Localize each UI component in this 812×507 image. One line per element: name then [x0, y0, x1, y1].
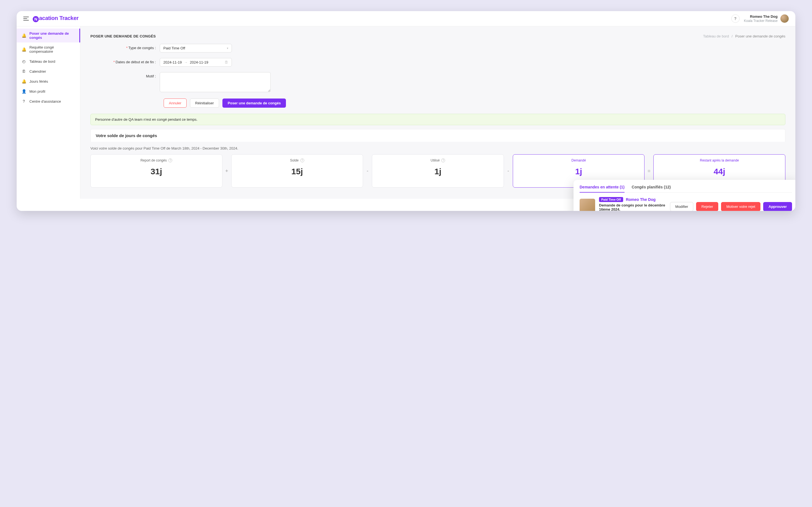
reject-button[interactable]: Rejeter [696, 202, 718, 211]
sidebar-item-label: Tableau de bord [29, 59, 55, 64]
sidebar-item-label: Jours fériés [29, 79, 48, 83]
label-dates: Dates de début et de fin : [116, 60, 156, 64]
app-window: Nacation Tracker ? Romeo The Dog Koala T… [17, 11, 795, 211]
card-label: Report de congés [140, 159, 167, 162]
card-balance: Solde? 15j [231, 154, 363, 187]
motif-textarea[interactable] [160, 72, 271, 92]
operator-minus: - [366, 168, 369, 174]
sidebar-item-calendar[interactable]: 🗓 Calendrier [17, 66, 80, 76]
card-label: Restant après la demande [700, 159, 739, 162]
info-icon[interactable]: ? [441, 159, 445, 162]
user-icon: 👤 [22, 89, 26, 94]
leave-type-value: Paid Time Off [163, 46, 185, 50]
submit-button[interactable]: Poser une demande de congés [223, 99, 286, 108]
sidebar-item-label: Poser une demande de congés [29, 32, 74, 40]
card-label: Demandé [572, 159, 586, 162]
card-value: 31j [93, 167, 220, 176]
help-button[interactable]: ? [731, 14, 740, 23]
chevron-down-icon: ▾ [227, 47, 228, 50]
balance-intro: Voici votre solde de congés pour Paid Ti… [90, 146, 786, 151]
sidebar-item-help[interactable]: ? Centre d'assistance [17, 96, 80, 106]
card-value: 15j [234, 167, 361, 176]
logo-text: acation Tracker [39, 15, 78, 21]
card-label: Solde [290, 159, 299, 162]
requester-name[interactable]: Romeo The Dog [626, 197, 655, 202]
card-used: Utilisé? 1j [372, 154, 504, 187]
date-end: 2024-11-19 [190, 60, 208, 64]
card-value: 1j [374, 167, 501, 176]
card-value: 1j [515, 167, 642, 176]
motivate-reject-button[interactable]: Motiver votre rejet [721, 202, 760, 211]
card-label: Utilisé [431, 159, 440, 162]
calendar-icon: 🗓 [22, 69, 26, 73]
bell-icon: 🔔 [22, 47, 26, 52]
reset-button[interactable]: Réinitialiser [190, 99, 219, 108]
header: Nacation Tracker ? Romeo The Dog Koala T… [17, 11, 795, 26]
menu-toggle-icon[interactable] [23, 16, 29, 21]
sidebar: 🔔 Poser une demande de congés 🔔 Requête … [17, 26, 80, 199]
sidebar-item-label: Requête congé compensatoire [29, 45, 74, 54]
breadcrumb-current: Poser une demande de congés [735, 34, 786, 38]
user-menu[interactable]: Romeo The Dog Koala Tracker Release [744, 14, 789, 23]
date-range-input[interactable]: 2024-11-19 → 2024-11-19 🗓 [160, 58, 232, 67]
info-icon[interactable]: ? [300, 159, 304, 162]
sidebar-item-label: Mon profil [29, 89, 45, 94]
sidebar-item-label: Centre d'assistance [29, 99, 61, 104]
breadcrumb-root[interactable]: Tableau de bord [703, 34, 729, 38]
operator-minus: - [507, 168, 510, 174]
operator-equals: = [647, 168, 650, 174]
user-name: Romeo The Dog [744, 14, 777, 19]
question-icon: ? [22, 99, 26, 104]
team-availability-notice: Personne d'autre de QA team n'est en con… [90, 114, 786, 125]
bell-icon: 🔔 [22, 79, 26, 83]
request-description: Demande de congés pour le décembre 16ème… [599, 203, 666, 211]
label-leave-type: Type de congés : [128, 46, 156, 50]
approve-button[interactable]: Approuver [763, 202, 792, 211]
sidebar-item-holidays[interactable]: 🔔 Jours fériés [17, 76, 80, 86]
logo-mark: N [33, 16, 39, 22]
sidebar-item-dashboard[interactable]: ◴ Tableau de bord [17, 56, 80, 66]
balance-section-title: Votre solde de jours de congés [90, 129, 786, 142]
leave-type-badge: Paid Time Off [599, 197, 623, 202]
operator-plus: + [225, 168, 229, 174]
leave-type-select[interactable]: Paid Time Off ▾ [160, 44, 232, 52]
user-org: Koala Tracker Release [744, 19, 777, 23]
leave-form: *Type de congés : Paid Time Off ▾ *Dates… [90, 44, 346, 108]
bell-icon: 🔔 [22, 33, 26, 38]
label-motif: Motif : [146, 74, 156, 78]
sidebar-item-comp-request[interactable]: 🔔 Requête congé compensatoire [17, 43, 80, 56]
main-content: POSER UNE DEMANDE DE CONGÉS Tableau de b… [80, 26, 795, 199]
card-carryover: Report de congés? 31j [90, 154, 223, 187]
avatar [780, 14, 789, 23]
tab-pending[interactable]: Demandes en attente (1) [580, 185, 625, 192]
clock-icon: ◴ [22, 59, 26, 64]
breadcrumb: Tableau de bord / Poser une demande de c… [703, 34, 786, 38]
sidebar-item-request-leave[interactable]: 🔔 Poser une demande de congés [17, 29, 80, 43]
logo: Nacation Tracker [33, 15, 78, 22]
sidebar-item-profile[interactable]: 👤 Mon profil [17, 86, 80, 96]
cancel-button[interactable]: Annuler [164, 99, 187, 108]
info-icon[interactable]: ? [168, 159, 172, 162]
sidebar-item-label: Calendrier [29, 69, 46, 73]
card-value: 44j [656, 167, 783, 176]
page-title: POSER UNE DEMANDE DE CONGÉS [90, 34, 156, 38]
calendar-icon: 🗓 [225, 60, 228, 64]
requester-avatar [580, 199, 595, 211]
tab-planned[interactable]: Congés planifiés (12) [632, 185, 671, 192]
modify-button[interactable]: Modifier [670, 202, 693, 211]
pending-requests-panel: Demandes en attente (1) Congés planifiés… [573, 180, 795, 211]
request-row: Paid Time Off Romeo The Dog Demande de c… [580, 197, 792, 211]
date-start: 2024-11-19 [163, 60, 182, 64]
arrow-right-icon: → [184, 60, 188, 64]
